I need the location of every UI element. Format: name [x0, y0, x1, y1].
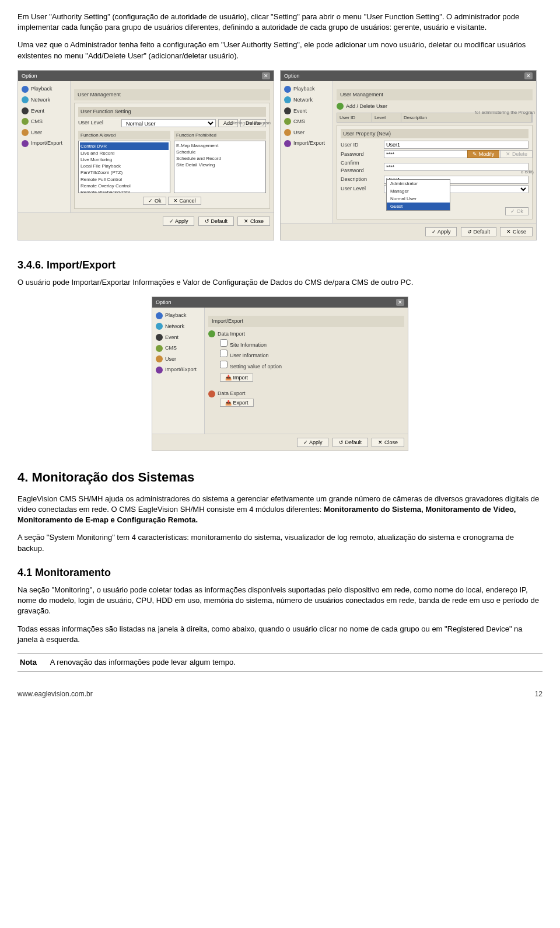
confirm-input[interactable]	[384, 163, 528, 171]
allowed-title: Function Allowed	[78, 131, 170, 139]
ok-button[interactable]: ✓ Ok	[143, 197, 166, 205]
adddelete-title: Add / Delete User	[346, 103, 387, 110]
level-dropdown-open[interactable]: Administrator Manager Normal User Guest	[386, 179, 450, 211]
sidebar-item-user[interactable]: User	[281, 127, 332, 138]
sidebar-item-importexport[interactable]: Import/Export	[281, 138, 332, 149]
sidebar-item-cms[interactable]: CMS	[18, 116, 70, 127]
user-level-label: User Level	[78, 119, 119, 127]
panel-title: User Property (New)	[341, 129, 528, 139]
importexport-icon	[284, 140, 291, 147]
user-icon	[284, 129, 291, 136]
sidebar: Playback Network Event CMS User Import/E…	[152, 308, 205, 434]
import-button[interactable]: 📥 Import	[220, 374, 253, 382]
close-button[interactable]: ✕ Close	[500, 227, 533, 236]
password-label: Password	[341, 151, 382, 158]
close-icon[interactable]: ✕	[262, 72, 270, 80]
paragraph-346: O usuário pode Importar/Exportar Informa…	[18, 277, 542, 288]
paragraph-1: Em User "Authority Setting" (configuraçã…	[18, 12, 542, 33]
event-icon	[156, 334, 163, 341]
heading-346: 3.4.6. Import/Export	[18, 258, 542, 273]
setting-value-checkbox[interactable]	[220, 361, 228, 368]
window-title: Option	[22, 72, 37, 80]
cms-icon	[284, 118, 291, 125]
import-icon	[208, 330, 215, 337]
delete-button[interactable]: ✕ Delete	[501, 150, 533, 158]
apply-button[interactable]: ✓ Apply	[425, 227, 457, 236]
screenshot-add-delete-user: Option✕ Playback Network Event CMS User …	[280, 70, 537, 240]
section-title: User Management	[337, 89, 533, 100]
prohibited-list[interactable]: E-Map ManagementSchedule Schedule and Re…	[174, 141, 266, 193]
page-number: 12	[535, 689, 542, 699]
ok-button[interactable]: ✓ Ok	[505, 207, 528, 215]
sidebar-item-event[interactable]: Event	[281, 106, 332, 117]
playback-icon	[22, 86, 29, 93]
import-title: Data Import	[218, 330, 245, 338]
panel-title: User Function Setting	[78, 107, 266, 117]
user-level-select[interactable]: Normal User	[121, 119, 216, 127]
sidebar-item-event[interactable]: Event	[18, 106, 70, 117]
userid-label: User ID	[341, 141, 382, 149]
sidebar-item-network[interactable]: Network	[152, 321, 204, 332]
sidebar-item-event[interactable]: Event	[152, 332, 204, 343]
default-button[interactable]: ↺ Default	[332, 438, 368, 447]
allowed-list[interactable]: Control DVR Live and RecordLive Monitori…	[78, 141, 170, 193]
export-title: Data Export	[218, 390, 246, 397]
close-button[interactable]: ✕ Close	[372, 438, 404, 447]
prohibited-title: Function Prohibited	[174, 131, 266, 139]
event-icon	[284, 107, 291, 114]
user-icon	[156, 355, 163, 362]
heading-41: 4.1 Monitoramento	[18, 566, 542, 580]
sidebar-item-cms[interactable]: CMS	[281, 116, 332, 127]
export-icon	[208, 390, 215, 397]
section-title: User Management	[74, 89, 270, 100]
user-info-checkbox[interactable]	[220, 350, 228, 357]
paragraph-41b: Todas essas informações são listadas na …	[18, 624, 542, 645]
heading-4: 4. Monitoração dos Sistemas	[18, 469, 542, 487]
desc-label: Description	[341, 176, 382, 183]
close-icon[interactable]: ✕	[524, 72, 533, 80]
paragraph-4a: EagleVision CMS SH/MH ajuda os administr…	[18, 494, 542, 526]
network-icon	[284, 96, 291, 103]
cropped-text: o edit)	[521, 169, 534, 175]
site-info-checkbox[interactable]	[220, 339, 228, 347]
sidebar-item-user[interactable]: User	[152, 354, 204, 365]
sidebar-item-cms[interactable]: CMS	[152, 343, 204, 354]
userid-input[interactable]	[384, 141, 528, 149]
network-icon	[22, 96, 29, 103]
sidebar-item-playback[interactable]: Playback	[152, 310, 204, 321]
cancel-button[interactable]: ✕ Cancel	[168, 197, 201, 205]
close-icon[interactable]: ✕	[396, 299, 404, 306]
importexport-icon	[156, 367, 163, 374]
cms-icon	[156, 345, 163, 352]
confirm-label: Confirm Password	[341, 159, 382, 174]
section-title: Import/Export	[208, 316, 404, 327]
note-row: Nota A renovação das informações pode le…	[18, 653, 542, 672]
default-button[interactable]: ↺ Default	[198, 217, 234, 226]
network-icon	[156, 323, 163, 330]
footer-url: www.eaglevision.com.br	[18, 689, 93, 699]
sidebar-item-importexport[interactable]: Import/Export	[18, 138, 70, 149]
sidebar-item-playback[interactable]: Playback	[281, 83, 332, 95]
apply-button[interactable]: ✓ Apply	[297, 438, 329, 447]
playback-icon	[284, 86, 291, 93]
modify-button[interactable]: ✎ Modify	[467, 150, 499, 158]
sidebar-item-playback[interactable]: Playback	[18, 83, 70, 95]
export-button[interactable]: 📤 Export	[220, 399, 254, 407]
sidebar-item-network[interactable]: Network	[281, 95, 332, 106]
close-button[interactable]: ✕ Close	[237, 217, 270, 226]
paragraph-4c: A seção "System Monitoring" tem 4 caract…	[18, 532, 542, 553]
apply-button[interactable]: ✓ Apply	[163, 217, 195, 226]
sidebar-item-importexport[interactable]: Import/Export	[152, 364, 204, 375]
sidebar-item-user[interactable]: User	[18, 127, 70, 138]
sidebar-item-network[interactable]: Network	[18, 95, 70, 106]
sidebar: Playback Network Event CMS User Import/E…	[18, 81, 71, 212]
user-icon	[22, 129, 29, 136]
paragraph-2: Uma vez que o Administrador tenha feito …	[18, 40, 542, 61]
cropped-text: for administering the Progran	[475, 109, 535, 116]
event-icon	[22, 107, 29, 114]
note-text: A renovação das informações pode levar a…	[50, 658, 236, 667]
window-title: Option	[284, 72, 300, 80]
sidebar: Playback Network Event CMS User Import/E…	[281, 81, 333, 222]
figure-row-1: Option✕ Playback Network Event CMS User …	[18, 70, 542, 240]
default-button[interactable]: ↺ Default	[461, 227, 496, 236]
